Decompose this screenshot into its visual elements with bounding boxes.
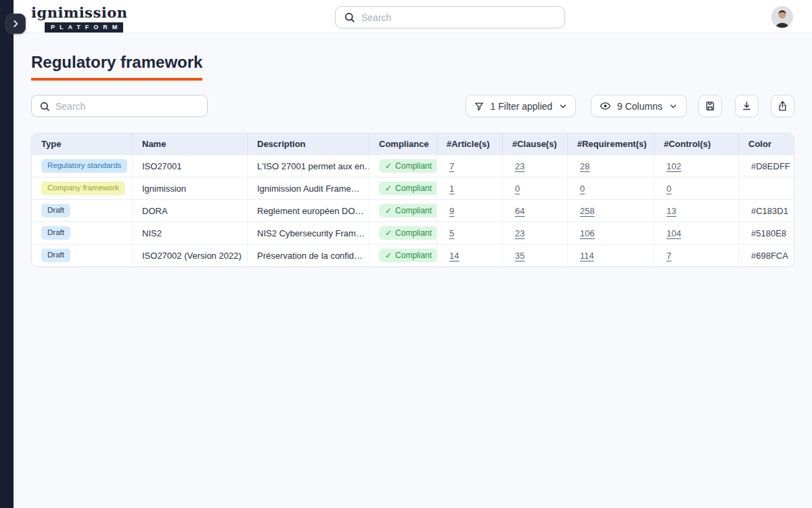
- save-icon: [704, 100, 716, 112]
- requirements-link[interactable]: 0: [580, 184, 585, 194]
- type-cell: Draft: [32, 222, 133, 244]
- filter-icon: [474, 101, 484, 112]
- brand-name: ignimission: [31, 5, 128, 20]
- eye-icon: [600, 100, 611, 112]
- requirements-link[interactable]: 28: [580, 161, 589, 171]
- check-icon: ✓: [385, 251, 392, 259]
- articles-cell: 14: [437, 245, 503, 266]
- table-search[interactable]: [31, 95, 208, 117]
- clauses-link[interactable]: 23: [515, 228, 524, 238]
- requirements-cell: 114: [568, 245, 654, 266]
- check-icon: ✓: [385, 184, 392, 192]
- controls-cell: 102: [654, 155, 739, 177]
- type-cell: Company framework: [32, 177, 133, 199]
- columns-button[interactable]: 9 Columns: [591, 95, 687, 117]
- color-cell: [739, 177, 794, 199]
- compliance-cell: ✓Compliant: [369, 222, 437, 244]
- type-badge: Company framework: [41, 182, 125, 195]
- table-header-row: TypeNameDescriptionCompliance#Article(s)…: [32, 133, 794, 154]
- articles-link[interactable]: 14: [449, 251, 459, 261]
- topbar: ignimission PLATFORM: [0, 0, 812, 33]
- compliance-badge: ✓Compliant: [379, 159, 437, 173]
- requirements-cell: 0: [568, 177, 654, 199]
- controls-cell: 13: [654, 200, 739, 221]
- page-title: Regulatory framework: [31, 53, 202, 81]
- controls-cell: 7: [654, 245, 739, 266]
- table-row[interactable]: DraftDORAReglement européen DO…✓Complian…: [32, 199, 794, 221]
- compliance-cell: ✓Compliant: [369, 245, 437, 266]
- clauses-link[interactable]: 23: [515, 161, 524, 171]
- check-icon: ✓: [385, 207, 392, 215]
- regulatory-framework-table: TypeNameDescriptionCompliance#Article(s)…: [31, 133, 794, 267]
- articles-link[interactable]: 9: [449, 206, 454, 216]
- type-badge: Draft: [41, 204, 70, 217]
- articles-link[interactable]: 1: [449, 184, 454, 194]
- collapsed-sidebar: [0, 0, 14, 508]
- download-button[interactable]: [735, 95, 759, 117]
- description-cell: Reglement européen DO…: [248, 200, 369, 221]
- requirements-link[interactable]: 106: [580, 228, 595, 238]
- compliance-cell: ✓Compliant: [369, 200, 437, 221]
- filter-applied-button[interactable]: 1 Filter applied: [466, 95, 576, 117]
- controls-link[interactable]: 13: [667, 206, 676, 216]
- controls-link[interactable]: 104: [667, 228, 681, 238]
- clauses-link[interactable]: 35: [515, 251, 524, 261]
- description-cell: Ignimission Audit Frame…: [248, 177, 369, 199]
- description-cell: Préservation de la confid…: [248, 245, 369, 266]
- global-search[interactable]: [335, 6, 565, 28]
- table-row[interactable]: DraftNIS2NIS2 Cybersecurity Fram…✓Compli…: [32, 221, 794, 244]
- column-header-name[interactable]: Name: [133, 133, 248, 154]
- column-header-clause-s[interactable]: #Clause(s): [503, 133, 568, 154]
- chevron-down-icon: [558, 102, 568, 111]
- name-cell: DORA: [133, 200, 248, 221]
- name-cell: NIS2: [133, 222, 248, 244]
- requirements-link[interactable]: 258: [580, 206, 595, 216]
- description-cell: L'ISO 27001 permet aux en…: [248, 155, 369, 177]
- articles-cell: 7: [437, 155, 503, 177]
- compliance-badge: ✓Compliant: [379, 204, 437, 217]
- chevron-right-icon: [11, 19, 20, 28]
- column-header-requirement-s[interactable]: #Requirement(s): [568, 133, 654, 154]
- controls-link[interactable]: 7: [667, 251, 671, 261]
- export-button[interactable]: [771, 95, 794, 117]
- table-row[interactable]: Regulatory standardsISO27001L'ISO 27001 …: [32, 154, 794, 177]
- clauses-cell: 35: [503, 245, 568, 266]
- compliance-cell: ✓Compliant: [369, 177, 437, 199]
- articles-cell: 9: [437, 200, 503, 221]
- save-view-button[interactable]: [698, 95, 722, 117]
- requirements-link[interactable]: 114: [580, 251, 594, 261]
- articles-link[interactable]: 7: [449, 161, 454, 171]
- clauses-cell: 23: [503, 222, 568, 244]
- column-header-type[interactable]: Type: [32, 133, 133, 154]
- column-header-compliance[interactable]: Compliance: [369, 133, 437, 154]
- table-body: Regulatory standardsISO27001L'ISO 27001 …: [32, 154, 794, 266]
- share-icon: [777, 100, 788, 112]
- table-search-input[interactable]: [55, 101, 200, 112]
- column-header-description[interactable]: Description: [248, 133, 369, 154]
- requirements-cell: 28: [568, 155, 654, 177]
- controls-link[interactable]: 0: [667, 184, 671, 194]
- type-badge: Draft: [41, 249, 70, 262]
- clauses-link[interactable]: 0: [515, 184, 520, 194]
- clauses-link[interactable]: 64: [515, 206, 524, 216]
- controls-link[interactable]: 102: [667, 161, 681, 171]
- compliance-cell: ✓Compliant: [369, 155, 437, 177]
- table-row[interactable]: DraftISO27002 (Version 2022)Préservation…: [32, 244, 794, 266]
- column-header-color[interactable]: Color: [739, 133, 794, 154]
- articles-cell: 5: [437, 222, 503, 244]
- color-cell: #C183D1: [739, 200, 794, 221]
- user-avatar[interactable]: [771, 6, 793, 28]
- name-cell: Ignimission: [133, 177, 248, 199]
- controls-cell: 104: [654, 222, 739, 244]
- compliance-badge: ✓Compliant: [379, 226, 437, 240]
- brand-logo[interactable]: ignimission PLATFORM: [31, 5, 128, 33]
- column-header-control-s[interactable]: #Control(s): [654, 133, 739, 154]
- check-icon: ✓: [385, 229, 392, 237]
- column-header-article-s[interactable]: #Article(s): [437, 133, 503, 154]
- global-search-input[interactable]: [361, 12, 556, 23]
- requirements-cell: 106: [568, 222, 654, 244]
- articles-link[interactable]: 5: [449, 228, 454, 238]
- table-row[interactable]: Company frameworkIgnimissionIgnimission …: [32, 177, 794, 199]
- compliance-badge: ✓Compliant: [379, 249, 437, 262]
- sidebar-expand-button[interactable]: [5, 14, 26, 34]
